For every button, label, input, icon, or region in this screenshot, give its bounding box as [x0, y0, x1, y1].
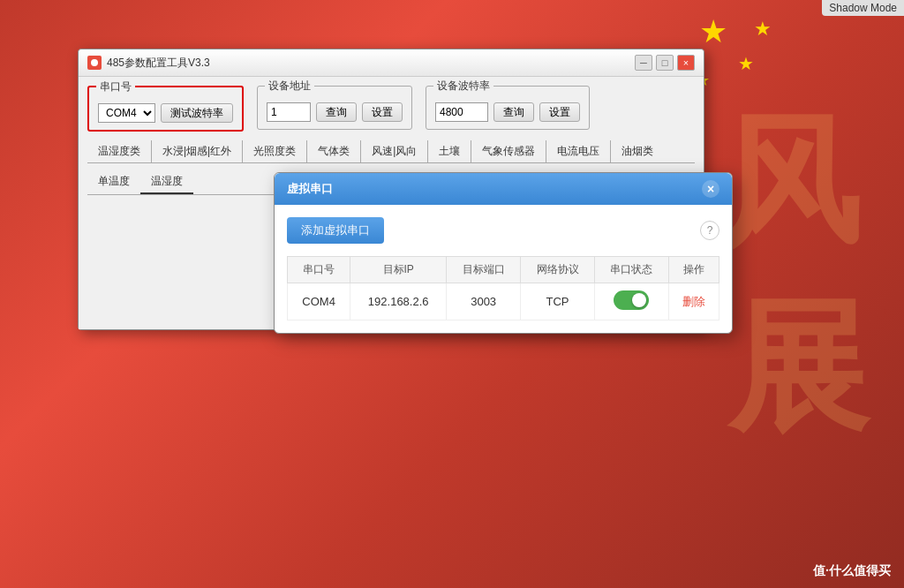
dialog-content: 添加虚拟串口 ? 串口号 目标IP 目标端口 网络协议 串口状态 操作 COM4…: [275, 205, 732, 333]
tab-light[interactable]: 光照度类: [243, 140, 307, 162]
bg-char-feng: 风: [719, 88, 860, 279]
col-com: 串口号: [288, 257, 350, 283]
title-bar-left: 485参数配置工具V3.3: [87, 56, 210, 71]
com-select[interactable]: COM4 COM1 COM2 COM3 COM5: [98, 103, 155, 123]
sub-tab-single-temp[interactable]: 单温度: [87, 170, 140, 194]
dialog-close-button[interactable]: ×: [702, 180, 719, 198]
shadow-mode-badge: Shadow Mode: [822, 0, 904, 16]
status-toggle[interactable]: [614, 290, 649, 310]
col-action: 操作: [668, 257, 719, 283]
row-com: COM4: [288, 283, 350, 320]
com-group-label: 串口号: [96, 79, 135, 94]
tab-weather[interactable]: 气象传感器: [471, 140, 546, 162]
com-group: 串口号 COM4 COM1 COM2 COM3 COM5 测试波特率: [87, 86, 244, 132]
device-addr-inner: 查询 设置: [267, 102, 403, 122]
device-baud-input[interactable]: [435, 102, 488, 122]
col-port: 目标端口: [447, 257, 521, 283]
col-protocol: 网络协议: [521, 257, 595, 283]
row-ip: 192.168.2.6: [350, 283, 447, 320]
bg-star-3: ★: [754, 18, 772, 41]
device-addr-label: 设备地址: [265, 79, 314, 94]
device-baud-set-button[interactable]: 设置: [539, 102, 580, 122]
bg-char-zhan: 展: [727, 274, 869, 464]
device-addr-group: 设备地址 查询 设置: [257, 86, 412, 130]
device-addr-set-button[interactable]: 设置: [362, 102, 403, 122]
dialog-title-bar: 虚拟串口 ×: [275, 173, 732, 205]
delete-button[interactable]: 删除: [682, 295, 705, 308]
dialog-toolbar: 添加虚拟串口 ?: [287, 217, 719, 244]
device-addr-input[interactable]: [267, 102, 311, 122]
title-controls: ─ □ ×: [635, 55, 695, 71]
config-row: 串口号 COM4 COM1 COM2 COM3 COM5 测试波特率 设备地址: [87, 86, 695, 132]
device-baud-query-button[interactable]: 查询: [493, 102, 534, 122]
tab-gas[interactable]: 气体类: [307, 140, 361, 162]
row-protocol: TCP: [521, 283, 595, 320]
device-addr-query-button[interactable]: 查询: [316, 102, 357, 122]
add-virtual-port-button[interactable]: 添加虚拟串口: [287, 217, 384, 244]
help-button[interactable]: ?: [700, 221, 719, 240]
device-baud-group: 设备波特率 查询 设置: [426, 86, 590, 130]
tab-temp-humidity[interactable]: 温湿度类: [87, 140, 152, 162]
com-group-inner: COM4 COM1 COM2 COM3 COM5 测试波特率: [98, 103, 233, 123]
tab-electric[interactable]: 电流电压: [546, 140, 611, 162]
sub-tab-temp-humidity[interactable]: 温湿度: [140, 170, 193, 194]
tab-soil[interactable]: 土壤: [428, 140, 471, 162]
row-port: 3003: [447, 283, 521, 320]
tab-wind[interactable]: 风速|风向: [361, 140, 428, 162]
col-ip: 目标IP: [350, 257, 447, 283]
device-baud-inner: 查询 设置: [435, 102, 580, 122]
app-title: 485参数配置工具V3.3: [107, 56, 210, 71]
bg-star-1: ★: [699, 13, 727, 50]
app-icon: [87, 56, 102, 70]
row-action: 删除: [668, 283, 719, 320]
bg-star-4: ★: [738, 53, 754, 74]
tab-water-smoke[interactable]: 水浸|烟感|红外: [152, 140, 243, 162]
virtual-serial-dialog: 虚拟串口 × 添加虚拟串口 ? 串口号 目标IP 目标端口 网络协议 串口状态 …: [274, 172, 733, 334]
svg-point-0: [91, 59, 98, 66]
table-row: COM4 192.168.2.6 3003 TCP 删除: [288, 283, 719, 320]
detect-baud-button[interactable]: 测试波特率: [161, 103, 233, 123]
dialog-title: 虚拟串口: [287, 181, 333, 197]
virtual-port-table: 串口号 目标IP 目标端口 网络协议 串口状态 操作 COM4 192.168.…: [287, 256, 719, 320]
tab-smoke2[interactable]: 油烟类: [611, 140, 664, 162]
col-status: 串口状态: [594, 257, 668, 283]
device-baud-label: 设备波特率: [433, 79, 493, 94]
main-tab-row: 温湿度类 水浸|烟感|红外 光照度类 气体类 风速|风向 土壤 气象传感器 电流…: [87, 140, 695, 163]
bottom-logo: 值·什么值得买: [813, 563, 891, 579]
close-button[interactable]: ×: [677, 55, 695, 71]
row-status[interactable]: [594, 283, 668, 320]
minimize-button[interactable]: ─: [635, 55, 652, 71]
maximize-button[interactable]: □: [656, 55, 674, 71]
title-bar: 485参数配置工具V3.3 ─ □ ×: [79, 49, 704, 77]
